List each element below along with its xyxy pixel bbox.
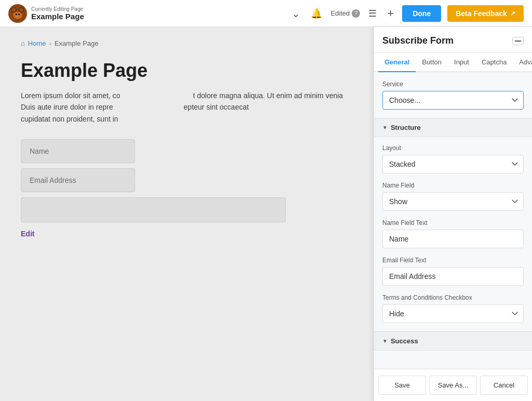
svg-point-5 — [18, 14, 20, 16]
name-field-label: Name Field — [382, 182, 524, 189]
svg-point-6 — [16, 15, 19, 17]
external-link-icon: ↗ — [510, 10, 515, 17]
structure-section-header[interactable]: ▼ Structure — [374, 118, 532, 137]
panel-tabs: General Button Input Captcha Advanced — [374, 53, 532, 72]
minimize-icon — [515, 41, 521, 42]
tab-input[interactable]: Input — [448, 53, 475, 72]
success-chevron-icon: ▼ — [382, 338, 388, 344]
structure-chevron-icon: ▼ — [382, 125, 388, 130]
panel-minimize-button[interactable] — [512, 37, 524, 45]
beta-label: Beta Feedback — [456, 9, 507, 18]
service-label: Service — [382, 81, 524, 88]
panel-title: Subscribe Form — [382, 35, 454, 46]
name-field-text-group: Name Field Text — [382, 219, 524, 248]
add-button[interactable]: + — [385, 5, 396, 22]
svg-point-4 — [16, 14, 18, 16]
save-button[interactable]: Save — [378, 376, 426, 395]
list-icon-button[interactable]: ☰ — [366, 6, 379, 21]
panel-footer: Save Save As... Cancel — [374, 369, 532, 401]
panel-header: Subscribe Form — [374, 27, 532, 53]
save-as-button[interactable]: Save As... — [429, 376, 477, 395]
terms-group: Terms and Conditions Checkbox Hide — [382, 294, 524, 323]
name-field-text-label: Name Field Text — [382, 219, 524, 226]
tab-button[interactable]: Button — [416, 53, 448, 72]
layout-label: Layout — [382, 144, 524, 152]
name-field-select[interactable]: Show — [382, 192, 524, 211]
service-group: Service Choose... — [382, 81, 524, 110]
terms-label: Terms and Conditions Checkbox — [382, 294, 524, 301]
logo-bear — [8, 4, 27, 23]
sidebar-panel: Subscribe Form General Button Input Capt… — [374, 27, 532, 401]
service-select[interactable]: Choose... — [382, 91, 524, 110]
svg-point-7 — [12, 8, 16, 11]
panel-body: Service Choose... ▼ Structure Layout Sta… — [374, 72, 532, 369]
edited-label: Edited — [330, 9, 350, 17]
cancel-button[interactable]: Cancel — [480, 376, 528, 395]
help-icon[interactable]: ? — [352, 9, 360, 18]
terms-select[interactable]: Hide — [382, 304, 524, 323]
success-section-header[interactable]: ▼ Success — [374, 331, 532, 351]
topbar: Currently Editing Page Example Page ⌄ 🔔 … — [0, 0, 532, 27]
page-name-label: Example Page — [31, 12, 84, 21]
svg-point-8 — [20, 8, 23, 11]
name-field-text-input[interactable] — [382, 230, 524, 248]
email-field-text-group: Email Field Text — [382, 257, 524, 286]
layout-select[interactable]: Stacked — [382, 155, 524, 173]
logo-area: Currently Editing Page Example Page — [8, 4, 84, 23]
name-field-group: Name Field Show — [382, 182, 524, 211]
edited-area: Edited ? — [330, 9, 360, 18]
email-field-text-input[interactable] — [382, 267, 524, 286]
done-button[interactable]: Done — [402, 5, 441, 22]
notification-bell-button[interactable]: 🔔 — [309, 6, 324, 21]
currently-editing-label: Currently Editing Page — [31, 6, 84, 12]
layout-group: Layout Stacked — [382, 144, 524, 173]
tab-general[interactable]: General — [378, 53, 416, 72]
page-info: Currently Editing Page Example Page — [31, 6, 84, 21]
main: ⌂ Home › Example Page Example Page Lorem… — [0, 27, 532, 401]
success-section-label: Success — [391, 337, 418, 345]
structure-section-label: Structure — [391, 124, 421, 131]
email-field-text-label: Email Field Text — [382, 257, 524, 264]
beta-feedback-button[interactable]: Beta Feedback ↗ — [447, 5, 524, 22]
dropdown-button[interactable]: ⌄ — [289, 5, 302, 22]
tab-advanced[interactable]: Advanced — [513, 53, 532, 72]
tab-captcha[interactable]: Captcha — [475, 53, 513, 72]
